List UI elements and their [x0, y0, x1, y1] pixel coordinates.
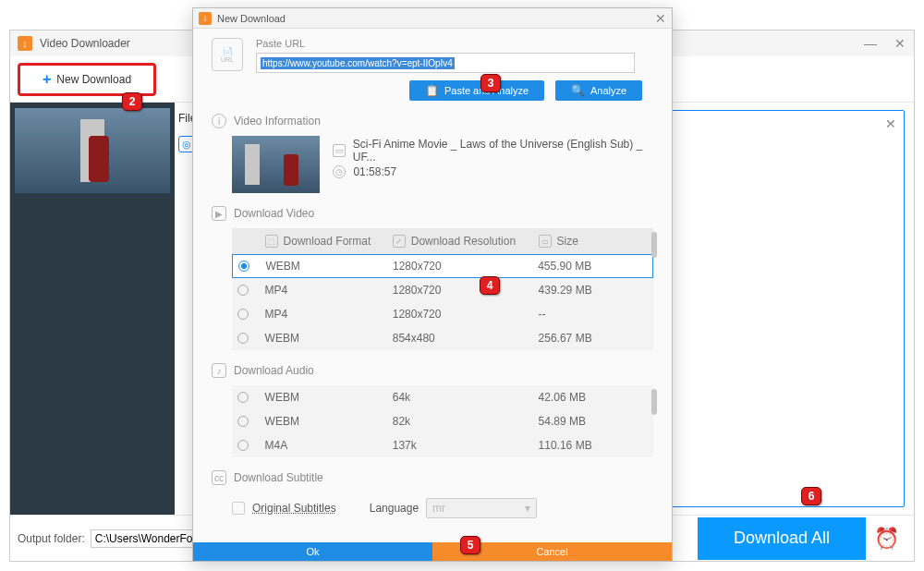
paste-and-analyze-button[interactable]: 📋 Paste and Analyze	[409, 80, 544, 101]
close-url-area-button[interactable]: ✕	[885, 116, 896, 131]
video-scrollbar[interactable]	[651, 232, 657, 258]
row-radio[interactable]	[237, 416, 249, 427]
download-subtitle-label: Download Subtitle	[234, 471, 323, 484]
table-row[interactable]: WEBM64k42.06 MB	[232, 385, 653, 409]
language-label: Language	[370, 502, 419, 515]
paste-url-label: Paste URL	[256, 38, 653, 49]
new-download-highlight: + New Download	[18, 63, 156, 96]
row-format: M4A	[265, 439, 393, 452]
new-download-dialog: ↓ New Download ✕ 📄URL Paste URL https://…	[192, 7, 673, 562]
row-format: MP4	[265, 284, 393, 297]
download-audio-label: Download Audio	[234, 364, 314, 377]
close-main-button[interactable]: ✕	[894, 36, 906, 51]
dialog-close-button[interactable]: ✕	[655, 11, 666, 26]
callout-5: 5	[460, 536, 480, 554]
row-size: 54.89 MB	[539, 415, 648, 428]
paste-icon: 📋	[425, 84, 439, 97]
video-thumbnail[interactable]	[15, 108, 170, 193]
video-info-label: Video Information	[234, 115, 321, 128]
row-radio[interactable]	[237, 333, 249, 344]
row-radio[interactable]	[237, 440, 249, 451]
row-radio[interactable]	[237, 309, 249, 320]
row-size: 42.06 MB	[539, 391, 648, 404]
row-resolution: 64k	[393, 391, 539, 404]
language-select[interactable]: mr ▾	[426, 498, 537, 518]
size-icon: ▭	[539, 235, 552, 248]
info-icon: i	[212, 114, 226, 128]
download-list-column	[10, 103, 175, 515]
dialog-footer: Ok Cancel	[193, 542, 672, 561]
video-title-text: Sci-Fi Anime Movie _ Laws of the Univers…	[353, 138, 653, 164]
format-icon: ⬚	[265, 235, 278, 248]
audio-formats-table: WEBM64k42.06 MBWEBM82k54.89 MBM4A137k110…	[232, 385, 653, 457]
audio-icon: ♪	[212, 363, 226, 378]
chevron-down-icon: ▾	[525, 502, 530, 515]
row-size: 256.67 MB	[539, 332, 648, 345]
video-formats-table: ⬚Download Format ⤢Download Resolution ▭S…	[232, 228, 653, 350]
video-duration-text: 01:58:57	[353, 165, 396, 178]
output-folder-label: Output folder:	[18, 532, 85, 545]
url-input-value: https://www.youtube.com/watch?v=ept-IIOp…	[261, 57, 455, 69]
plus-icon: +	[43, 71, 51, 88]
download-video-label: Download Video	[234, 207, 314, 220]
alarm-icon[interactable]: ⏰	[866, 517, 906, 560]
row-format: WEBM	[265, 260, 393, 273]
dialog-titlebar: ↓ New Download ✕	[193, 8, 672, 29]
minimize-button[interactable]: —	[864, 36, 877, 51]
app-title: Video Downloader	[40, 37, 130, 50]
resolution-header: Download Resolution	[411, 235, 516, 248]
callout-6: 6	[801, 487, 821, 505]
app-logo-icon: ↓	[18, 36, 32, 51]
resolution-icon: ⤢	[393, 235, 406, 248]
table-row[interactable]: MP41280x720439.29 MB	[232, 278, 653, 302]
original-subtitles-label: Original Subtitles	[252, 502, 336, 515]
ok-button[interactable]: Ok	[193, 542, 432, 561]
row-format: WEBM	[265, 391, 393, 404]
analyze-button[interactable]: 🔍 Analyze	[555, 80, 642, 101]
callout-3: 3	[480, 74, 501, 92]
download-all-button[interactable]: Download All	[698, 517, 866, 560]
table-row[interactable]: WEBM1280x720455.90 MB	[232, 254, 653, 278]
dialog-body: 📄URL Paste URL https://www.youtube.com/w…	[193, 29, 672, 528]
row-resolution: 82k	[393, 415, 539, 428]
row-size: 455.90 MB	[538, 260, 647, 273]
row-format: MP4	[265, 308, 393, 321]
clipboard-url-icon: 📄URL	[212, 38, 243, 71]
video-icon: ▶	[212, 206, 226, 221]
row-resolution: 1280x720	[393, 284, 539, 297]
video-info-thumbnail	[232, 136, 320, 193]
new-download-button[interactable]: + New Download	[24, 67, 150, 91]
row-resolution: 854x480	[393, 332, 539, 345]
new-download-label: New Download	[56, 73, 131, 86]
format-header: Download Format	[284, 235, 371, 248]
film-icon: ▭	[333, 144, 345, 157]
row-radio[interactable]	[237, 392, 249, 403]
video-info-block: ▭Sci-Fi Anime Movie _ Laws of the Univer…	[232, 136, 653, 193]
url-input[interactable]: https://www.youtube.com/watch?v=ept-IIOp…	[256, 53, 635, 73]
dialog-logo-icon: ↓	[199, 12, 212, 25]
download-audio-header: ♪ Download Audio	[212, 363, 653, 378]
original-subtitles-checkbox[interactable]	[232, 502, 245, 515]
table-row[interactable]: WEBM82k54.89 MB	[232, 409, 653, 433]
table-row[interactable]: MP41280x720--	[232, 302, 653, 326]
callout-4: 4	[480, 276, 500, 295]
table-row[interactable]: WEBM854x480256.67 MB	[232, 326, 653, 350]
row-size: 439.29 MB	[539, 284, 648, 297]
download-video-header: ▶ Download Video	[212, 206, 653, 221]
row-radio[interactable]	[238, 261, 249, 272]
row-format: WEBM	[265, 332, 393, 345]
row-size: --	[539, 308, 648, 321]
row-resolution: 1280x720	[393, 308, 539, 321]
callout-2: 2	[122, 92, 142, 111]
row-radio[interactable]	[237, 285, 249, 296]
output-folder-input[interactable]	[91, 529, 201, 548]
row-resolution: 137k	[393, 439, 539, 452]
analyze-label: Analyze	[590, 85, 626, 96]
video-table-header: ⬚Download Format ⤢Download Resolution ▭S…	[232, 228, 653, 254]
table-row[interactable]: M4A137k110.16 MB	[232, 433, 653, 457]
cc-icon: cc	[212, 470, 226, 485]
search-icon: 🔍	[571, 84, 585, 97]
language-value: mr	[432, 502, 445, 515]
clock-icon: ◷	[333, 165, 346, 178]
audio-scrollbar[interactable]	[651, 389, 657, 415]
